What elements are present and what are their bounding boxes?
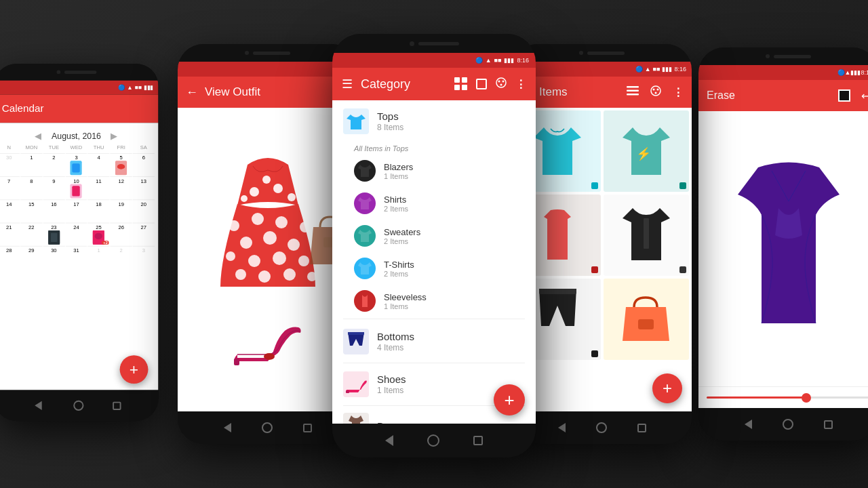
back-icon-outfit[interactable]: ← <box>186 85 198 100</box>
item-card-4[interactable] <box>604 195 690 276</box>
svg-point-20 <box>263 231 277 245</box>
home-btn-items[interactable] <box>596 422 607 433</box>
palette-icon-cat[interactable] <box>495 77 507 92</box>
svg-point-42 <box>651 86 660 96</box>
erase-clothing-item <box>721 154 856 344</box>
svg-rect-7 <box>51 233 58 242</box>
bottoms-info: Bottoms 4 Items <box>377 331 525 352</box>
grid-icon-cat[interactable] <box>454 77 468 91</box>
sub-blazers[interactable]: Blazers 1 Items <box>332 155 536 187</box>
dresses-icon <box>343 413 369 424</box>
item-card-2[interactable]: ⚡ <box>604 110 690 192</box>
category-tops[interactable]: Tops 8 Items <box>332 100 536 142</box>
svg-point-10 <box>250 187 259 197</box>
more-icon-cat[interactable]: ⋮ <box>515 78 526 91</box>
sub-shirts[interactable]: Shirts 2 Items <box>332 187 536 220</box>
svg-point-16 <box>252 213 264 225</box>
erase-title: Erase <box>707 89 831 102</box>
svg-point-36 <box>500 84 502 86</box>
tops-info: Tops 8 Items <box>377 110 525 132</box>
svg-point-31 <box>264 353 275 360</box>
shoes-icon <box>343 371 369 397</box>
status-time-5: 8:16 <box>861 69 868 76</box>
square-btn-cal[interactable] <box>113 401 121 409</box>
scene: 🔵▲■■▮▮▮ Calendar ◀ August, 2016 ▶ N MON … <box>0 0 868 488</box>
calendar-title: Calendar <box>2 103 44 115</box>
tops-name: Tops <box>377 110 525 122</box>
svg-point-9 <box>95 233 102 240</box>
day-header-tue: TUE <box>43 144 64 152</box>
tops-count: 8 Items <box>377 123 525 132</box>
shoes-name: Shoes <box>377 373 525 385</box>
shirts-info: Shirts 2 Items <box>384 195 408 213</box>
svg-point-45 <box>655 92 657 94</box>
svg-point-19 <box>240 237 252 249</box>
svg-rect-37 <box>348 332 364 335</box>
svg-text:⚡: ⚡ <box>636 146 652 161</box>
blazers-info: Blazers 1 Items <box>384 162 413 180</box>
list-icon-items[interactable] <box>627 86 639 98</box>
sub-sleeveless[interactable]: Sleeveless 1 Items <box>332 285 536 317</box>
svg-rect-41 <box>627 94 639 96</box>
svg-rect-48 <box>539 289 576 294</box>
home-btn-cat[interactable] <box>427 434 439 447</box>
menu-icon-cat[interactable]: ☰ <box>342 77 353 92</box>
svg-point-14 <box>241 195 248 202</box>
slider-thumb[interactable] <box>802 393 811 403</box>
day-header-thu: THU <box>88 144 110 152</box>
cal-prev[interactable]: ◀ <box>35 131 41 141</box>
cal-next[interactable]: ▶ <box>111 131 117 141</box>
palette-icon-items[interactable] <box>650 85 662 100</box>
category-title: Category <box>361 77 446 92</box>
back-btn-cat[interactable] <box>385 435 393 446</box>
more-icon-items[interactable]: ⋮ <box>673 86 684 99</box>
svg-rect-5 <box>73 186 80 196</box>
square-icon-cat[interactable] <box>476 79 487 89</box>
svg-point-22 <box>226 251 235 261</box>
svg-point-13 <box>288 193 296 201</box>
fab-category[interactable]: + <box>494 384 525 415</box>
svg-point-29 <box>307 272 317 281</box>
back-btn-items[interactable] <box>558 423 566 432</box>
home-btn-cal[interactable] <box>73 401 83 411</box>
outfit-shoes <box>231 307 305 368</box>
square-btn-cat[interactable] <box>473 436 483 445</box>
day-header-n: N <box>0 144 20 152</box>
svg-point-11 <box>273 184 283 193</box>
calendar-month: August, 2016 <box>52 131 101 140</box>
bottoms-icon <box>343 329 369 354</box>
svg-point-27 <box>258 270 271 283</box>
sub-sweaters[interactable]: Sweaters 2 Items <box>332 220 536 252</box>
square-btn-erase[interactable] <box>824 420 833 429</box>
svg-rect-1 <box>73 163 80 172</box>
outfit-dress <box>214 151 322 300</box>
item-card-6[interactable] <box>604 279 690 360</box>
svg-rect-49 <box>638 319 654 329</box>
square-btn-items[interactable] <box>637 424 646 432</box>
erase-square-btn[interactable] <box>838 89 850 102</box>
back-btn-outfit[interactable] <box>224 423 231 432</box>
phone-calendar: 🔵▲■■▮▮▮ Calendar ◀ August, 2016 ▶ N MON … <box>0 64 159 421</box>
sleeveless-name: Sleeveless <box>384 292 427 302</box>
day-header-fri: FRI <box>111 144 132 152</box>
day-header-sa: SA <box>133 144 155 152</box>
undo-icon[interactable]: ↩ <box>861 89 868 102</box>
status-time-3: 8:16 <box>517 57 529 64</box>
svg-rect-38 <box>346 390 349 393</box>
back-btn-cal[interactable] <box>31 399 44 412</box>
square-btn-outfit[interactable] <box>303 424 312 432</box>
day-header-mon: MON <box>20 144 42 152</box>
phone-erase: 🔵▲▮▮▮ 8:16 Erase ↩ <box>698 47 868 441</box>
category-bottoms[interactable]: Bottoms 4 Items <box>332 321 536 363</box>
fab-calendar[interactable]: + <box>120 355 149 384</box>
home-btn-erase[interactable] <box>783 419 793 430</box>
items-title: Items <box>539 85 620 99</box>
day-header-wed: WED <box>65 144 87 152</box>
sub-tshirts[interactable]: T-Shirts 2 Items <box>332 252 536 285</box>
back-btn-erase[interactable] <box>745 420 752 429</box>
blazers-count: 1 Items <box>384 172 413 180</box>
fab-items[interactable]: + <box>652 373 682 403</box>
home-btn-outfit[interactable] <box>262 422 273 433</box>
sweaters-info: Sweaters 2 Items <box>384 227 420 245</box>
shirts-count: 2 Items <box>384 205 408 213</box>
